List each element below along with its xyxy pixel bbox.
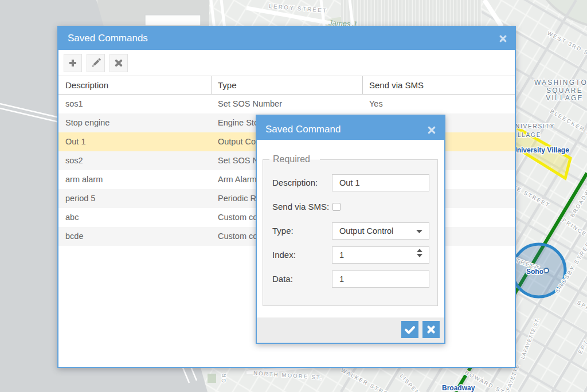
svg-text:Broadway: Broadway (442, 384, 475, 392)
svg-text:GR: GR (220, 372, 228, 383)
svg-text:VILLAGE: VILLAGE (546, 94, 583, 102)
svg-text:Soho: Soho (526, 268, 543, 276)
svg-text:WASHINGTON: WASHINGTON (534, 79, 587, 87)
svg-text:SQUARE: SQUARE (546, 87, 583, 95)
svg-text:University Village: University Village (512, 146, 569, 154)
svg-text:UNIVERSITY: UNIVERSITY (510, 123, 555, 130)
